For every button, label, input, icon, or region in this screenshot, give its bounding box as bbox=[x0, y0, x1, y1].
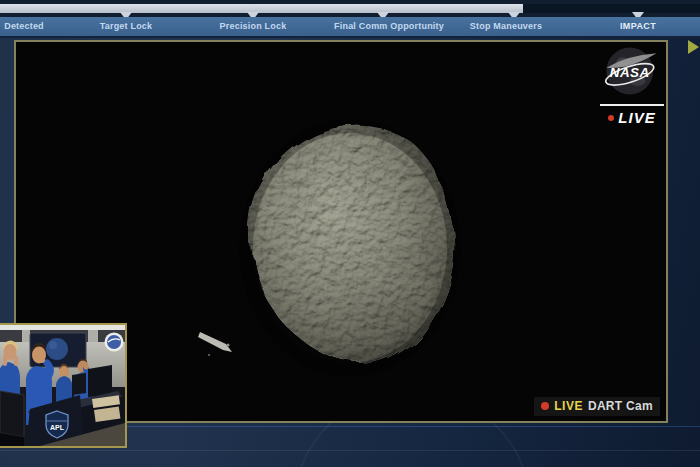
live-badge: LIVE bbox=[618, 109, 655, 126]
stage-label-target-lock: Target Lock bbox=[100, 17, 153, 36]
live-dot-icon bbox=[608, 115, 614, 121]
nasa-logo-icon: NASA bbox=[603, 45, 661, 97]
stage-label-final-comm: Final Comm Opportunity bbox=[334, 17, 444, 36]
edge-arrow-icon bbox=[688, 40, 699, 54]
live-divider bbox=[600, 104, 664, 106]
mission-timeline-labels: Detected Target Lock Precision Lock Fina… bbox=[0, 17, 700, 38]
nasa-logo-text: NASA bbox=[610, 65, 650, 80]
mission-control-pip: APL bbox=[0, 323, 127, 448]
live-dot-icon bbox=[541, 402, 549, 410]
broadcast-screen: Detected Target Lock Precision Lock Fina… bbox=[0, 0, 700, 467]
stage-label-stop-maneuvers: Stop Maneuvers bbox=[470, 17, 542, 36]
decor-line bbox=[0, 450, 700, 451]
camera-source-badge: LIVE DART Cam bbox=[534, 397, 660, 416]
mission-control-scene: APL bbox=[0, 325, 125, 446]
camera-name: DART Cam bbox=[588, 399, 653, 413]
nasa-live-bug: NASA LIVE bbox=[600, 45, 664, 126]
timeline-progress-fill bbox=[0, 4, 523, 13]
apl-logo-text: APL bbox=[50, 424, 65, 431]
stage-label-impact: IMPACT bbox=[620, 17, 656, 36]
stage-label-detected: Detected bbox=[4, 17, 44, 36]
mission-timeline-bar bbox=[0, 0, 700, 17]
camera-live-label: LIVE bbox=[554, 399, 583, 413]
stage-label-precision-lock: Precision Lock bbox=[220, 17, 287, 36]
